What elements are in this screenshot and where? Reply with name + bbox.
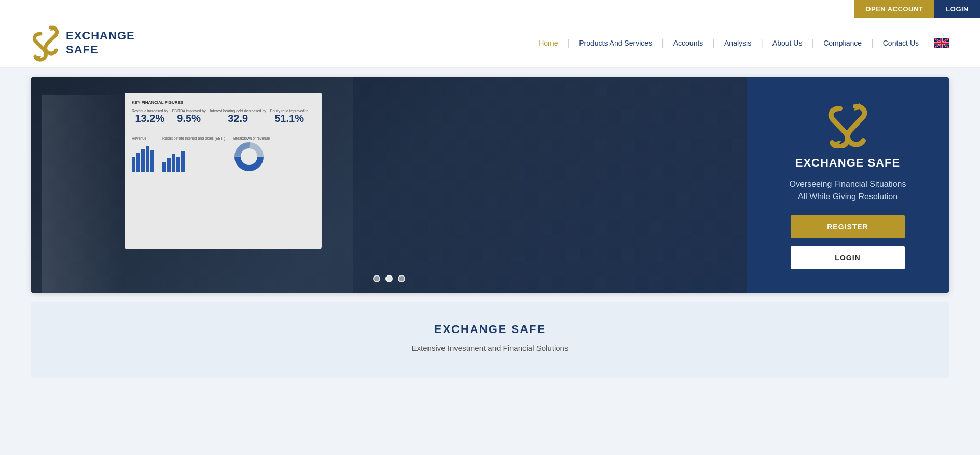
dot-2[interactable] xyxy=(385,275,393,282)
hero-logo-icon xyxy=(827,101,868,148)
hero-right-panel: EXCHANGE SAFE Overseeing Financial Situa… xyxy=(747,77,949,293)
logo-text: EXCHANGE SAFE xyxy=(66,29,135,57)
hero-dots xyxy=(373,275,405,282)
nav-contact[interactable]: Contact Us xyxy=(874,39,928,47)
register-button[interactable]: REGISTER xyxy=(791,215,905,238)
dot-1[interactable] xyxy=(373,275,380,282)
nav-analysis[interactable]: Analysis xyxy=(715,39,761,47)
nav-home[interactable]: Home xyxy=(529,39,567,47)
screen-numbers: Revenue increased by 13.2% EBITDA improv… xyxy=(132,109,314,125)
logo-exchange: EXCHANGE xyxy=(66,29,135,43)
hero-subtitle: Overseeing Financial Situations All Whil… xyxy=(789,178,906,203)
hero-meeting-overlay xyxy=(353,77,747,293)
logo-safe: SAFE xyxy=(66,43,135,57)
bottom-subtitle: Extensive Investment and Financial Solut… xyxy=(42,343,938,352)
hero-screen: KEY FINANCIAL FIGURES Revenue increased … xyxy=(125,93,322,249)
logo-area: EXCHANGE SAFE xyxy=(31,23,135,62)
dot-3[interactable] xyxy=(398,275,405,282)
header: EXCHANGE SAFE Home | Products And Servic… xyxy=(0,18,980,68)
pie-chart xyxy=(233,141,265,172)
language-flag[interactable] xyxy=(934,38,949,48)
hero-image-side: KEY FINANCIAL FIGURES Revenue increased … xyxy=(31,77,747,293)
top-login-button[interactable]: LOGIN xyxy=(934,0,980,18)
open-account-button[interactable]: OPEN ACCOUNT xyxy=(854,0,934,18)
logo-icon xyxy=(31,23,60,62)
screen-title: KEY FINANCIAL FIGURES xyxy=(132,100,314,105)
login-button[interactable]: LOGIN xyxy=(791,246,905,269)
main-nav: Home | Products And Services | Accounts … xyxy=(529,37,949,48)
nav-products[interactable]: Products And Services xyxy=(570,39,661,47)
hero-brand-title: EXCHANGE SAFE xyxy=(795,156,900,170)
nav-accounts[interactable]: Accounts xyxy=(664,39,713,47)
hero-person-silhouette xyxy=(42,95,125,293)
nav-compliance[interactable]: Compliance xyxy=(814,39,871,47)
top-bar: OPEN ACCOUNT LOGIN xyxy=(0,0,980,18)
bottom-title: EXCHANGE SAFE xyxy=(42,323,938,336)
hero-section: KEY FINANCIAL FIGURES Revenue increased … xyxy=(31,77,949,293)
screen-charts: Revenue Result before interest and taxes… xyxy=(132,131,314,172)
bottom-section: EXCHANGE SAFE Extensive Investment and F… xyxy=(31,302,949,378)
nav-about[interactable]: About Us xyxy=(763,39,812,47)
